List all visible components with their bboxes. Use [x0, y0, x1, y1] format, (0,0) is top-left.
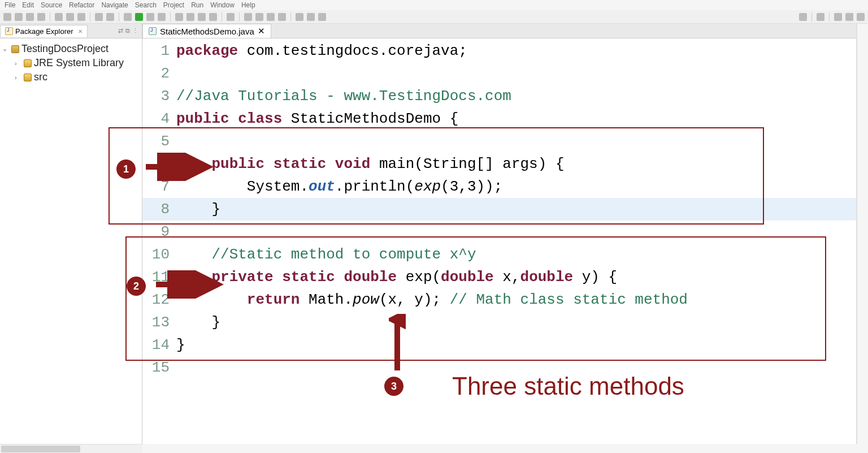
code-line[interactable]: 9 [142, 221, 856, 243]
toolbar-icon[interactable] [227, 13, 235, 21]
library-icon [24, 59, 32, 67]
link-icon[interactable]: ⧉ [125, 27, 130, 34]
separator [811, 12, 812, 21]
toolbar-icon[interactable] [817, 13, 824, 21]
close-icon[interactable]: ✕ [258, 26, 265, 36]
code-text: } [176, 198, 856, 221]
collapse-icon[interactable]: ⇄ [118, 27, 123, 34]
annotation-badge-3: 3 [384, 377, 403, 396]
code-text: public class StaticMethodsDemo { [176, 107, 856, 130]
code-line[interactable]: 14} [142, 334, 856, 356]
code-editor[interactable]: 1package com.testingdocs.corejava;2 3//J… [142, 38, 856, 379]
project-icon [11, 45, 19, 53]
toolbar-icon[interactable] [15, 13, 23, 21]
toolbar-icon[interactable] [55, 13, 63, 21]
menu-file[interactable]: File [5, 1, 15, 9]
menu-run[interactable]: Run [191, 1, 203, 9]
line-number: 14 [142, 334, 176, 356]
line-number: 15 [142, 356, 176, 379]
menu-navigate[interactable]: Navigate [101, 1, 128, 9]
toolbar-icon[interactable] [26, 13, 34, 21]
jre-node[interactable]: › JRE System Library [2, 56, 140, 70]
code-line[interactable]: 10 //Static method to compute x^y [142, 243, 856, 266]
toolbar-icon[interactable] [278, 13, 286, 21]
perspective-icon[interactable] [857, 13, 865, 21]
toolbar-icon[interactable] [175, 13, 183, 21]
editor-tabbar: StaticMethodsDemo.java ✕ [142, 24, 856, 38]
line-number: 3 [142, 85, 176, 107]
toolbar-icon[interactable] [296, 13, 303, 21]
code-line[interactable]: 7 System.out.println(exp(3,3)); [142, 175, 856, 198]
separator [222, 12, 222, 21]
package-explorer-tab[interactable]: Package Explorer ✕ [0, 25, 88, 37]
separator [50, 12, 50, 21]
line-number: 4 [142, 107, 176, 130]
menu-edit[interactable]: Edit [22, 1, 34, 9]
toolbar-icon[interactable] [186, 13, 194, 21]
toolbar-icon[interactable] [307, 13, 315, 21]
toolbar-icon[interactable] [106, 13, 114, 21]
view-toolbar: ⇄ ⧉ ⋮ [118, 27, 142, 34]
toolbar-icon[interactable] [318, 13, 326, 21]
separator [170, 12, 171, 21]
code-line[interactable]: 3//Java Tutorials - www.TestingDocs.com [142, 85, 856, 107]
code-text: public static void main(String[] args) { [176, 153, 856, 175]
expand-icon[interactable]: ⌄ [2, 45, 9, 53]
menu-help[interactable]: Help [241, 1, 255, 9]
toolbar-icon[interactable] [255, 13, 263, 21]
src-label: src [34, 71, 47, 83]
close-icon[interactable]: ✕ [78, 28, 83, 34]
menu-source[interactable]: Source [41, 1, 62, 9]
annotation-arrow-1 [146, 153, 214, 183]
toolbar-icon[interactable] [267, 13, 275, 21]
code-line[interactable]: 6 public static void main(String[] args)… [142, 153, 856, 175]
perspective-icon[interactable] [834, 13, 842, 21]
code-line[interactable]: 13 } [142, 311, 856, 334]
jre-label: JRE System Library [34, 57, 124, 69]
toolbar-icon[interactable] [198, 13, 206, 21]
code-line[interactable]: 1package com.testingdocs.corejava; [142, 40, 856, 62]
perspective-icon[interactable] [845, 13, 853, 21]
toolbar-icon[interactable] [3, 13, 11, 21]
code-line[interactable]: 5 [142, 130, 856, 153]
menu-window[interactable]: Window [210, 1, 235, 9]
toolbar-icon[interactable] [146, 13, 154, 21]
project-node[interactable]: ⌄ TestingDocsProject [2, 42, 140, 56]
project-tree: ⌄ TestingDocsProject › JRE System Librar… [0, 38, 142, 88]
separator [90, 12, 90, 21]
code-line[interactable]: 11 private static double exp(double x,do… [142, 266, 856, 288]
package-explorer-title: Package Explorer [15, 27, 73, 36]
toolbar-icon[interactable] [158, 13, 166, 21]
code-line[interactable]: 2 [142, 62, 856, 85]
code-line[interactable]: 12 return Math.pow(x, y); // Math class … [142, 288, 856, 311]
menu-refactor[interactable]: Refactor [69, 1, 94, 9]
menu-search[interactable]: Search [135, 1, 157, 9]
package-explorer-view: Package Explorer ✕ ⇄ ⧉ ⋮ ⌄ TestingDocsPr… [0, 24, 142, 444]
code-text: System.out.println(exp(3,3)); [176, 175, 856, 198]
toolbar-icon[interactable] [95, 13, 103, 21]
src-node[interactable]: › src [2, 70, 140, 84]
toolbar-icon[interactable] [209, 13, 217, 21]
code-line[interactable]: 8 } [142, 198, 856, 221]
toolbar-icon[interactable] [77, 13, 85, 21]
editor-tab[interactable]: StaticMethodsDemo.java ✕ [142, 24, 271, 38]
run-icon[interactable] [135, 13, 143, 21]
toolbar-icon[interactable] [124, 13, 132, 21]
expand-icon[interactable]: › [15, 60, 21, 67]
toolbar-icon[interactable] [66, 13, 74, 21]
menu-project[interactable]: Project [163, 1, 184, 9]
toolbar-icon[interactable] [37, 13, 45, 21]
project-label: TestingDocsProject [21, 43, 108, 55]
toolbar-icon[interactable] [244, 13, 252, 21]
annotation-badge-2: 2 [127, 277, 146, 296]
expand-icon[interactable]: › [15, 74, 21, 81]
code-text [176, 130, 856, 153]
horizontal-scrollbar[interactable] [0, 444, 142, 453]
code-line[interactable]: 4public class StaticMethodsDemo { [142, 107, 856, 130]
line-number: 2 [142, 62, 176, 85]
code-text: } [176, 311, 856, 334]
menu-icon[interactable]: ⋮ [132, 27, 138, 34]
search-icon[interactable] [799, 13, 807, 21]
line-number: 1 [142, 40, 176, 62]
menubar: FileEditSourceRefactorNavigateSearchProj… [0, 0, 868, 10]
